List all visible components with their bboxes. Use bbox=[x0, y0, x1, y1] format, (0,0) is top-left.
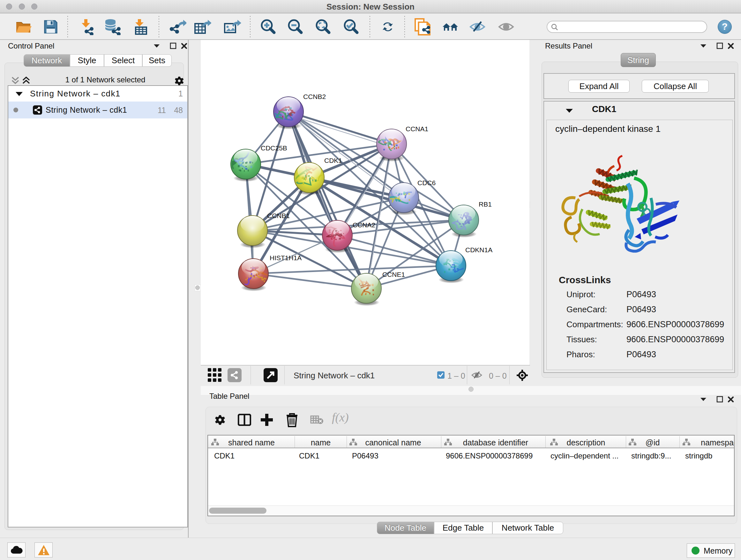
svg-text:CCNE1: CCNE1 bbox=[382, 271, 405, 278]
svg-text:CCNB1: CCNB1 bbox=[267, 212, 290, 219]
svg-text:CDKN1A: CDKN1A bbox=[465, 246, 492, 253]
svg-text:CCNB2: CCNB2 bbox=[303, 93, 326, 100]
svg-text:RB1: RB1 bbox=[479, 200, 492, 208]
svg-text:CCNA1: CCNA1 bbox=[406, 125, 428, 132]
svg-text:HIST1H1A: HIST1H1A bbox=[270, 254, 301, 261]
svg-text:CDK1: CDK1 bbox=[324, 157, 342, 164]
svg-text:CCNA2: CCNA2 bbox=[353, 221, 375, 229]
svg-text:CDC25B: CDC25B bbox=[261, 144, 287, 152]
svg-text:CDC6: CDC6 bbox=[417, 179, 435, 186]
